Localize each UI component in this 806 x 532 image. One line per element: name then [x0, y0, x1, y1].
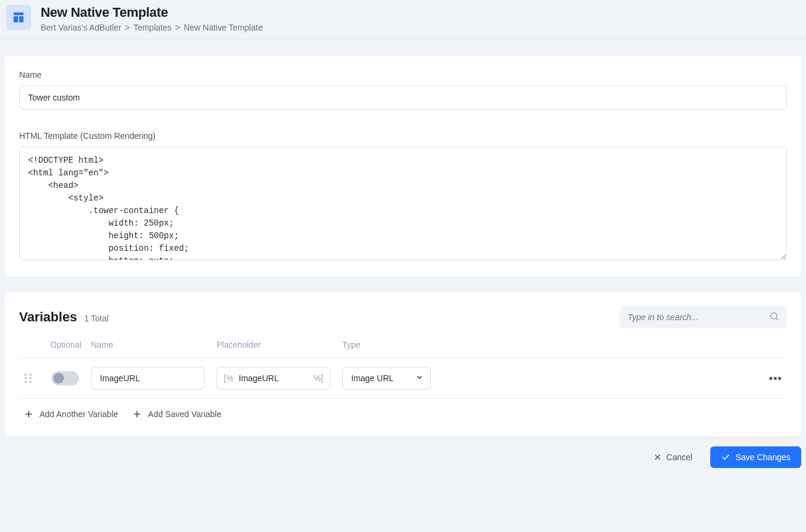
page-title: New Native Template — [41, 5, 263, 20]
search-icon — [769, 311, 780, 324]
drag-handle-icon[interactable] — [19, 372, 50, 384]
check-icon — [721, 452, 731, 462]
variables-card: Variables 1 Total Optional Name Placehol… — [5, 292, 801, 436]
name-input[interactable] — [19, 86, 787, 110]
save-button[interactable]: Save Changes — [710, 446, 801, 468]
add-another-variable-button[interactable]: Add Another Variable — [24, 409, 118, 419]
variable-type-select[interactable]: Image URL — [342, 367, 431, 390]
svg-point-5 — [25, 373, 27, 376]
variables-count: 1 Total — [84, 314, 109, 323]
svg-rect-1 — [14, 16, 18, 22]
variable-placeholder-input[interactable] — [217, 367, 330, 390]
search-input[interactable] — [619, 306, 787, 328]
cancel-button[interactable]: Cancel — [643, 446, 704, 468]
add-saved-variable-button[interactable]: Add Saved Variable — [132, 409, 221, 419]
breadcrumb: Bert Varias's AdButler > Templates > New… — [41, 23, 263, 32]
svg-point-3 — [771, 313, 777, 320]
page-footer: Cancel Save Changes — [0, 436, 806, 479]
optional-toggle[interactable] — [51, 371, 79, 385]
html-template-textarea[interactable]: <!DOCTYPE html> <html lang="en"> <head> … — [19, 147, 787, 260]
variables-search — [619, 306, 787, 328]
breadcrumb-root[interactable]: Bert Varias's AdButler — [41, 23, 121, 32]
breadcrumb-templates[interactable]: Templates — [133, 23, 172, 32]
svg-point-7 — [25, 377, 27, 379]
plus-icon — [132, 409, 142, 419]
col-optional: Optional — [50, 340, 91, 349]
col-name: Name — [91, 340, 217, 349]
template-icon — [6, 5, 31, 30]
html-template-label: HTML Template (Custom Rendering) — [19, 131, 787, 141]
svg-rect-0 — [14, 13, 24, 16]
variables-title: Variables — [19, 309, 77, 325]
svg-point-6 — [29, 373, 32, 376]
row-actions-menu[interactable]: ••• — [769, 372, 787, 385]
col-type: Type — [342, 340, 757, 349]
svg-point-9 — [25, 381, 27, 383]
col-placeholder: Placeholder — [217, 340, 342, 349]
name-label: Name — [19, 70, 787, 80]
breadcrumb-current: New Native Template — [184, 23, 263, 32]
form-card: Name HTML Template (Custom Rendering) <!… — [5, 56, 801, 276]
svg-point-10 — [29, 381, 32, 383]
svg-line-4 — [776, 318, 778, 320]
svg-rect-2 — [19, 16, 23, 22]
close-icon — [653, 453, 662, 461]
page-header: New Native Template Bert Varias's AdButl… — [0, 0, 806, 40]
table-row: [% %] Image URL ••• — [19, 358, 787, 399]
variables-table-header: Optional Name Placeholder Type — [19, 340, 787, 358]
plus-icon — [24, 409, 34, 419]
svg-point-8 — [29, 377, 32, 379]
variable-name-input[interactable] — [91, 367, 205, 390]
